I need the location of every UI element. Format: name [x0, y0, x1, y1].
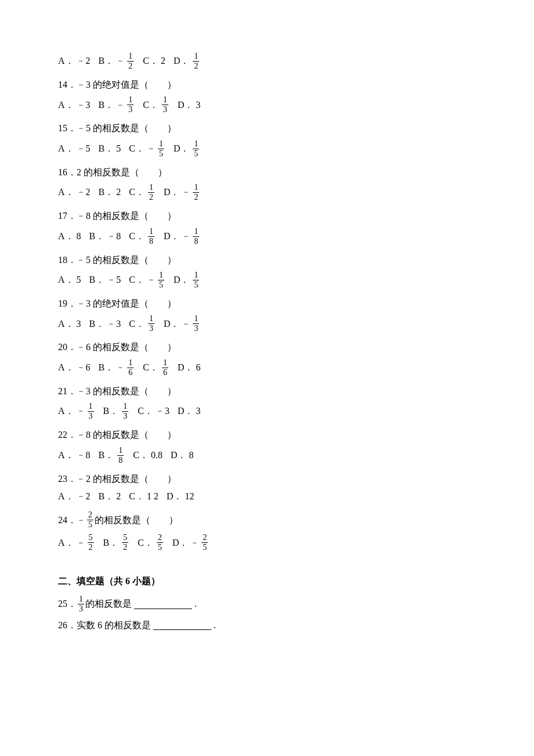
q24-opt-a: A． ﹣ 5 2 — [58, 534, 95, 552]
q17-opt-c: C． 1 8 — [129, 228, 156, 246]
fraction: 1 3 — [162, 96, 168, 114]
q16: 16．2 的相反数是（ ） A． ﹣2 B． 2 C． 1 2 D． ﹣ 1 2 — [58, 166, 476, 201]
opt-label: D． — [171, 449, 187, 462]
q18-opt-d: D． 1 5 — [174, 271, 201, 289]
opt-label: B． — [99, 142, 114, 155]
q16-opt-c: C． 1 2 — [129, 183, 156, 201]
numerator: 1 — [127, 359, 134, 368]
q24-text: 24．﹣ 2 5 的相反数是（ ） — [58, 511, 476, 529]
numerator: 1 — [127, 52, 134, 62]
q17-text: 17．﹣8 的相反数是（ ） — [58, 210, 476, 222]
q14-options: A． ﹣3 B． ﹣ 1 3 C． 1 3 D． 3 — [58, 96, 476, 114]
q17: 17．﹣8 的相反数是（ ） A． 8 B． ﹣8 C． 1 8 D． ﹣ 1 … — [58, 210, 476, 245]
opt-label: D． — [164, 318, 180, 330]
q24-text-post: 的相反数是（ ） — [95, 514, 178, 527]
q22-opt-b: B． 1 8 — [99, 447, 125, 465]
q15-text: 15．﹣5 的相反数是（ ） — [58, 122, 476, 135]
numerator: 1 — [162, 96, 168, 105]
q16-opt-b: B． 2 — [99, 186, 121, 199]
negative-sign: ﹣ — [77, 405, 86, 417]
opt-value: ﹣8 — [107, 230, 121, 243]
denominator: 5 — [157, 543, 163, 552]
opt-value: 6 — [196, 361, 200, 374]
q23-text: 23．﹣2 的相反数是（ ） — [58, 473, 476, 485]
q20-opt-d: D． 6 — [178, 361, 201, 374]
q25: 25． 1 3 的相反数是 . — [58, 595, 476, 613]
opt-value: ﹣8 — [77, 449, 91, 462]
fill-blank[interactable] — [153, 620, 211, 630]
opt-label: A． — [58, 449, 74, 462]
numerator: 1 — [78, 595, 84, 604]
q15-options: A． ﹣5 B． 5 C． ﹣ 1 5 D． 1 5 — [58, 140, 476, 158]
opt-value: 1 2 — [147, 490, 158, 503]
opt-label: C． — [138, 405, 153, 417]
q17-opt-d: D． ﹣ 1 8 — [164, 228, 201, 246]
numerator: 1 — [193, 183, 199, 193]
opt-label: D． — [178, 361, 194, 374]
q21-opt-a: A． ﹣ 1 3 — [58, 402, 95, 420]
numerator: 5 — [122, 534, 128, 543]
q24-opt-d: D． ﹣ 2 5 — [172, 534, 210, 552]
q13-opt-d: D． 1 2 — [174, 52, 201, 70]
q14-text: 14．﹣3 的绝对值是（ ） — [58, 78, 476, 91]
denominator: 3 — [148, 324, 154, 333]
q18-opt-b: B． ﹣5 — [89, 273, 121, 286]
opt-label: C． — [129, 142, 145, 155]
opt-label: A． — [58, 186, 74, 199]
denominator: 3 — [122, 412, 128, 420]
opt-label: B． — [103, 537, 119, 549]
q15: 15．﹣5 的相反数是（ ） A． ﹣5 B． 5 C． ﹣ 1 5 D． 1 … — [58, 122, 476, 157]
numerator: 1 — [193, 271, 199, 280]
q17-opt-b: B． ﹣8 — [89, 230, 121, 243]
q14-opt-a: A． ﹣3 — [58, 99, 91, 111]
fraction: 1 8 — [193, 228, 199, 246]
negative-sign: ﹣ — [116, 55, 125, 67]
denominator: 3 — [78, 604, 84, 613]
opt-label: D． — [172, 537, 189, 549]
q21-opt-b: B． 1 3 — [103, 402, 130, 420]
opt-label: C． — [129, 273, 145, 286]
opt-label: C． — [143, 55, 158, 67]
denominator: 2 — [88, 543, 94, 552]
q17-options: A． 8 B． ﹣8 C． 1 8 D． ﹣ 1 8 — [58, 228, 476, 246]
negative-sign: ﹣ — [116, 99, 125, 111]
q21-opt-c: C． ﹣3 — [138, 405, 169, 417]
q26: 26．实数 6 的相反数是 . — [58, 619, 476, 632]
opt-label: B． — [99, 490, 114, 503]
negative-sign: ﹣ — [147, 142, 156, 155]
opt-label: A． — [58, 55, 74, 67]
fraction: 1 5 — [158, 271, 164, 289]
q18: 18．﹣5 的相反数是（ ） A． 5 B． ﹣5 C． ﹣ 1 5 D． 1 … — [58, 254, 476, 289]
q19-options: A． 3 B． ﹣3 C． 1 3 D． ﹣ 1 3 — [58, 315, 476, 333]
q14-opt-b: B． ﹣ 1 3 — [99, 96, 135, 114]
denominator: 5 — [193, 280, 199, 289]
denominator: 2 — [122, 543, 128, 552]
opt-value: 5 — [116, 142, 121, 155]
opt-value: ﹣5 — [107, 273, 121, 286]
q20: 20．﹣6 的相反数是（ ） A． ﹣6 B． ﹣ 1 6 C． 1 6 D． … — [58, 341, 476, 376]
q20-text: 20．﹣6 的相反数是（ ） — [58, 341, 476, 354]
q24: 24．﹣ 2 5 的相反数是（ ） A． ﹣ 5 2 B． 5 2 C． 2 — [58, 511, 476, 552]
q16-opt-d: D． ﹣ 1 2 — [164, 183, 201, 201]
fill-blank[interactable] — [134, 599, 192, 609]
numerator: 1 — [117, 447, 124, 456]
denominator: 2 — [127, 62, 134, 70]
numerator: 1 — [158, 140, 164, 149]
fraction: 5 2 — [88, 534, 94, 552]
opt-label: A． — [58, 537, 74, 549]
q25-text-pre: 25． — [58, 597, 77, 610]
opt-label: C． — [129, 186, 145, 199]
numerator: 1 — [158, 271, 164, 280]
q13-opt-a: A． ﹣2 — [58, 55, 91, 67]
q15-opt-b: B． 5 — [99, 142, 121, 155]
fraction: 1 6 — [162, 359, 168, 377]
denominator: 8 — [117, 456, 124, 465]
opt-label: A． — [58, 273, 74, 286]
q16-opt-a: A． ﹣2 — [58, 186, 91, 199]
fraction: 1 8 — [148, 228, 154, 246]
q24-text-pre: 24．﹣ — [58, 514, 86, 527]
opt-label: B． — [99, 55, 114, 67]
fraction: 2 5 — [157, 534, 163, 552]
negative-sign: ﹣ — [77, 537, 86, 549]
fraction: 1 2 — [127, 52, 134, 70]
